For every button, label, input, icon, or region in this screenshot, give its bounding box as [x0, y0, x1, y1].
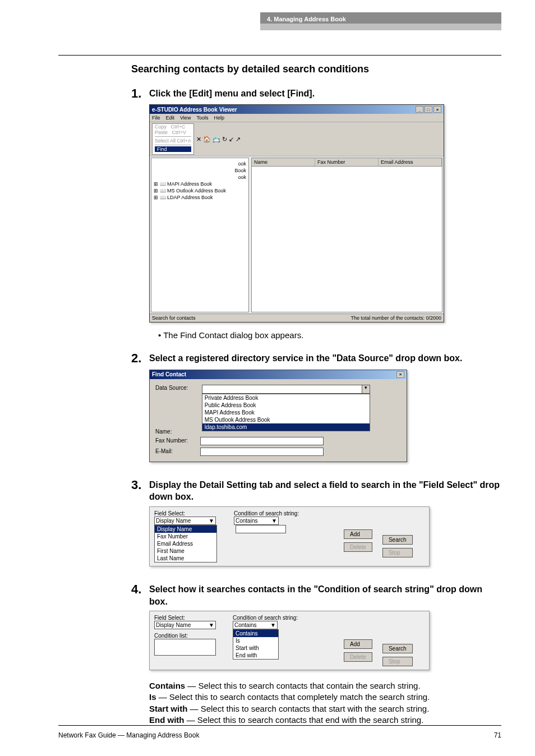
status-left: Search for contacts — [152, 315, 196, 321]
top-rule — [58, 55, 501, 56]
add-button-4[interactable]: Add — [344, 639, 372, 649]
delete-button[interactable]: Delete — [344, 542, 372, 552]
fo-email[interactable]: Email Address — [155, 540, 216, 547]
condition-combo[interactable]: Contains▼ — [234, 517, 279, 525]
co-startwith[interactable]: Start with — [233, 644, 278, 652]
address-book-viewer-window: e-STUDIO Address Book Viewer _ □ × File … — [149, 104, 444, 322]
stop-button[interactable]: Stop — [382, 548, 413, 557]
fo-first[interactable]: First Name — [155, 547, 216, 555]
edit-dropdown[interactable]: Copy Ctrl+C Paste Ctrl+V Select All Ctrl… — [152, 123, 194, 155]
tab-person[interactable]: Person — [155, 397, 181, 406]
tree-item-mapi[interactable]: ⊞ 📖 MAPI Address Book — [154, 181, 246, 187]
datasource-combo[interactable]: ▼ Private Address Book Public Address Bo… — [202, 385, 370, 394]
tree-item-outlook[interactable]: ⊞ 📖 MS Outlook Address Book — [154, 187, 246, 194]
page-footer: Network Fax Guide — Managing Address Boo… — [58, 725, 501, 739]
step-3: 3. Display the Detail Setting tab and se… — [131, 478, 501, 503]
search-button-4[interactable]: Search — [382, 644, 413, 653]
window-titlebar: e-STUDIO Address Book Viewer _ □ × — [150, 105, 444, 114]
statusbar: Search for contacts The total number of … — [150, 314, 444, 322]
email-input[interactable] — [200, 448, 324, 456]
email-label: E-Mail: — [155, 448, 200, 454]
edit-copy[interactable]: Copy — [155, 124, 167, 130]
step-2-number: 2. — [131, 351, 149, 366]
list-header: Name Fax Number Email Address — [252, 158, 442, 167]
fo-fax[interactable]: Fax Number — [155, 533, 216, 540]
name-label: Name: — [155, 428, 200, 435]
delete-button-4[interactable]: Delete — [344, 652, 372, 662]
field-select-combo[interactable]: Display Name▼ — [154, 517, 216, 525]
condition-label-4: Condition of search string: — [233, 615, 298, 621]
step-4-number: 4. — [131, 582, 149, 607]
explain-endwith: End with — [149, 715, 185, 725]
chevron-down-icon-3[interactable]: ▼ — [209, 622, 214, 628]
add-button[interactable]: Add — [344, 529, 372, 539]
maximize-icon[interactable]: □ — [425, 106, 432, 113]
screenshot-1-wrap: e-STUDIO Address Book Viewer _ □ × File … — [149, 104, 444, 322]
col-email[interactable]: Email Address — [379, 158, 442, 166]
datasource-list[interactable]: Private Address Book Public Address Book… — [202, 394, 370, 431]
step-1: 1. Click the [Edit] menu and select [Fin… — [131, 86, 501, 101]
combo-dropdown-icon[interactable]: ▼ — [362, 385, 370, 393]
chevron-down-icon-2[interactable]: ▼ — [271, 518, 277, 524]
tree-item-ldap[interactable]: ⊞ 📖 LDAP Address Book — [154, 194, 246, 201]
search-string-input[interactable] — [236, 525, 286, 533]
find-dialog-title: Find Contact — [152, 371, 186, 377]
condition-options-open[interactable]: Contains Is Start with End with — [233, 629, 279, 660]
explain-startwith: Start with — [149, 704, 187, 713]
condition-list-label: Condition list: — [154, 633, 216, 639]
fax-input[interactable] — [200, 437, 324, 445]
menu-view[interactable]: View — [180, 115, 191, 121]
ds-opt-outlook[interactable]: MS Outlook Address Book — [202, 416, 370, 423]
co-contains[interactable]: Contains — [233, 630, 278, 637]
edit-paste[interactable]: Paste — [155, 130, 168, 135]
explain-contains: Contains — [149, 681, 185, 690]
chapter-bar — [260, 24, 501, 30]
menu-edit[interactable]: Edit — [166, 115, 175, 121]
detail-panel-3: Field Select: Display Name▼ Display Name… — [149, 506, 430, 566]
fo-last[interactable]: Last Name — [155, 555, 216, 562]
detail-panel-4: Field Select: Display Name▼ Condition li… — [149, 611, 430, 670]
fo-display[interactable]: Display Name — [155, 525, 216, 533]
status-right: The total number of the contacts: 0/2000 — [350, 315, 441, 321]
step-4: 4. Select how it searches contacts in th… — [131, 582, 501, 607]
col-fax[interactable]: Fax Number — [315, 158, 379, 166]
window-title: e-STUDIO Address Book Viewer — [152, 107, 237, 113]
menubar[interactable]: File Edit View Tools Help — [150, 114, 444, 122]
edit-copy-accel: Ctrl+C — [171, 124, 186, 130]
co-is[interactable]: Is — [233, 637, 278, 644]
list-panel[interactable]: Name Fax Number Email Address — [251, 158, 442, 312]
window-buttons: _ □ × — [416, 106, 441, 113]
ds-opt-mapi[interactable]: MAPI Address Book — [202, 409, 370, 416]
tree-panel[interactable]: ook Book ook ⊞ 📖 MAPI Address Book ⊞ 📖 M… — [151, 158, 249, 312]
menu-tools[interactable]: Tools — [196, 115, 208, 121]
step-3-text: Display the Detail Setting tab and selec… — [149, 478, 501, 503]
menu-help[interactable]: Help — [214, 115, 224, 121]
toolbar: Copy Ctrl+C Paste Ctrl+V Select All Ctrl… — [150, 122, 444, 156]
field-select-combo-4[interactable]: Display Name▼ — [154, 621, 216, 629]
menu-file[interactable]: File — [152, 115, 160, 121]
tree-suffix-1: ook — [154, 160, 246, 167]
stop-button-4[interactable]: Stop — [382, 657, 413, 666]
co-endwith[interactable]: End with — [233, 652, 278, 659]
minimize-icon[interactable]: _ — [416, 106, 423, 113]
ds-opt-public[interactable]: Public Address Book — [202, 402, 370, 409]
dialog-close-icon[interactable]: × — [396, 371, 404, 378]
condition-list-box[interactable] — [154, 639, 216, 656]
toolbar-icons[interactable]: ✕ 🏠 📇 ↻ ↙ ↗ — [196, 136, 241, 143]
step-2: 2. Select a registered directory service… — [131, 351, 501, 366]
step-2-text: Select a registered directory service in… — [149, 351, 462, 366]
field-select-open[interactable]: Display Name Fax Number Email Address Fi… — [154, 525, 217, 563]
edit-selectall[interactable]: Select All — [155, 138, 176, 144]
condition-combo-4[interactable]: Contains▼ — [233, 621, 278, 629]
edit-find[interactable]: Find — [155, 146, 191, 152]
search-button[interactable]: Search — [382, 535, 413, 545]
screenshot-3-wrap: Field Select: Display Name▼ Display Name… — [149, 506, 430, 566]
ds-opt-ldap[interactable]: ldap.toshiba.com — [202, 423, 370, 431]
explain-block: Contains — Select this to search contact… — [149, 680, 501, 726]
ds-opt-private[interactable]: Private Address Book — [202, 394, 370, 402]
chevron-down-icon[interactable]: ▼ — [209, 518, 214, 524]
chevron-down-icon-4[interactable]: ▼ — [270, 622, 276, 628]
close-icon[interactable]: × — [433, 106, 441, 113]
col-name[interactable]: Name — [252, 158, 315, 166]
tree-suffix-2: Book — [154, 167, 246, 174]
